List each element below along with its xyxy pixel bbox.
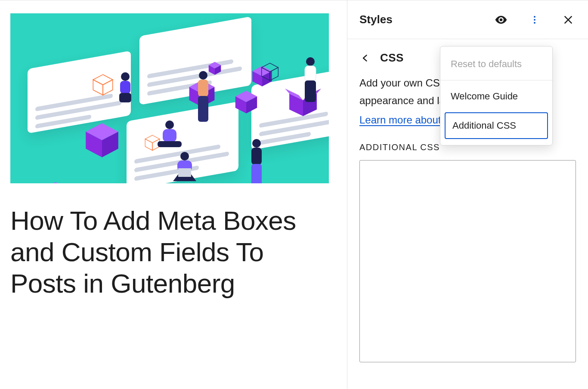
svg-rect-33 bbox=[119, 93, 131, 102]
cube-wire-icon bbox=[91, 73, 115, 96]
svg-rect-48 bbox=[251, 148, 262, 165]
cube-wire-icon bbox=[260, 62, 280, 81]
back-button[interactable] bbox=[359, 52, 371, 64]
svg-marker-18 bbox=[46, 182, 65, 183]
style-book-button[interactable] bbox=[493, 12, 509, 28]
kebab-icon bbox=[529, 15, 540, 25]
svg-point-34 bbox=[199, 71, 207, 80]
svg-rect-42 bbox=[158, 141, 182, 147]
svg-rect-49 bbox=[251, 164, 262, 183]
styles-sidebar: Styles CSS Add your own CSS to bbox=[347, 0, 588, 389]
person-icon bbox=[295, 56, 325, 110]
cube-icon bbox=[83, 120, 121, 159]
svg-point-37 bbox=[306, 57, 315, 66]
close-sidebar-button[interactable] bbox=[560, 12, 576, 28]
featured-image[interactable] bbox=[10, 13, 329, 183]
svg-point-40 bbox=[165, 120, 174, 129]
svg-marker-22 bbox=[93, 80, 103, 95]
svg-marker-25 bbox=[145, 139, 152, 150]
svg-point-47 bbox=[252, 139, 261, 148]
person-icon bbox=[244, 138, 269, 183]
person-icon bbox=[152, 119, 187, 155]
eye-icon bbox=[494, 13, 508, 27]
sidebar-title: Styles bbox=[359, 13, 393, 26]
svg-rect-39 bbox=[305, 80, 316, 102]
svg-rect-46 bbox=[178, 168, 191, 177]
svg-marker-21 bbox=[93, 74, 112, 85]
person-icon bbox=[190, 70, 216, 132]
svg-point-31 bbox=[121, 72, 130, 81]
post-title[interactable]: How To Add Meta Boxes and Custom Fields … bbox=[10, 205, 320, 299]
svg-rect-36 bbox=[198, 96, 208, 122]
cube-icon bbox=[44, 180, 67, 183]
menu-additional-css[interactable]: Additional CSS bbox=[445, 112, 548, 139]
svg-point-43 bbox=[180, 152, 189, 161]
svg-point-52 bbox=[534, 22, 535, 24]
svg-marker-17 bbox=[270, 68, 278, 80]
svg-point-50 bbox=[534, 16, 535, 18]
close-icon bbox=[563, 14, 574, 25]
sidebar-header: Styles bbox=[347, 0, 588, 39]
additional-css-textarea[interactable] bbox=[359, 160, 576, 362]
more-options-button[interactable] bbox=[527, 12, 542, 28]
svg-rect-35 bbox=[198, 80, 208, 97]
more-options-menu: Reset to defaults Welcome Guide Addition… bbox=[440, 46, 553, 145]
menu-divider bbox=[440, 80, 552, 80]
svg-marker-16 bbox=[262, 68, 270, 80]
person-icon bbox=[165, 150, 204, 183]
person-icon bbox=[111, 71, 139, 112]
svg-rect-32 bbox=[120, 81, 130, 94]
svg-rect-41 bbox=[163, 129, 176, 142]
menu-welcome-guide[interactable]: Welcome Guide bbox=[440, 83, 552, 110]
chevron-left-icon bbox=[361, 52, 370, 64]
editor-canvas[interactable]: How To Add Meta Boxes and Custom Fields … bbox=[0, 0, 347, 389]
svg-rect-38 bbox=[305, 66, 316, 81]
panel-title: CSS bbox=[380, 51, 404, 65]
menu-reset-defaults: Reset to defaults bbox=[440, 51, 552, 77]
svg-marker-15 bbox=[262, 63, 279, 72]
svg-point-51 bbox=[534, 19, 535, 21]
cube-icon bbox=[233, 89, 259, 114]
